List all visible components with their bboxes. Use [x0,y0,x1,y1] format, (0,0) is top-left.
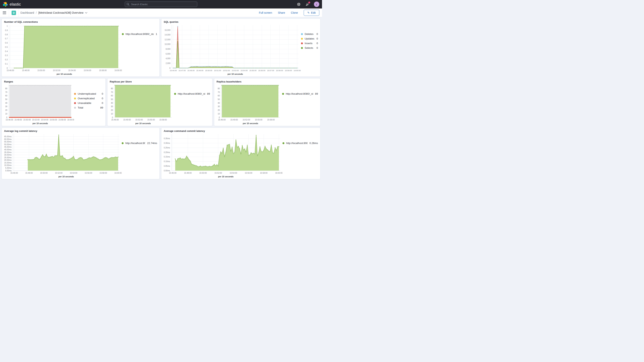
legend-value: 0 [316,32,318,36]
legend-value: 0 [316,37,318,40]
legend-label: http://localhost:808... [125,142,145,144]
legend-swatch [301,33,303,35]
legend-item[interactable]: Underreplicated0 [74,92,103,95]
edit-button[interactable]: ✎ Edit [304,10,319,16]
search-input[interactable] [125,2,197,7]
svg-text:0: 0 [219,116,220,118]
svg-text:15:58:00: 15:58:00 [267,119,275,121]
svg-text:0.35ms: 0.35ms [164,138,170,140]
svg-text:15:49:00: 15:49:00 [230,119,238,121]
legend-swatch [282,142,284,144]
svg-text:0.05ms: 0.05ms [164,165,170,167]
svg-text:30: 30 [5,106,8,108]
svg-text:0: 0 [6,67,8,69]
svg-text:80: 80 [111,88,113,90]
legend-swatch [301,47,303,49]
legend-item[interactable]: Deletes0 [301,32,318,36]
svg-text:60: 60 [111,95,113,97]
svg-text:65.00ms: 65.00ms [4,136,12,138]
svg-text:15:48:00: 15:48:00 [184,172,192,174]
svg-text:12,000: 12,000 [164,38,170,41]
svg-text:15:56:00: 15:56:00 [50,119,57,121]
svg-text:0.7: 0.7 [5,38,8,40]
legend: Deletes0Updates0Inserts0Selects0 [301,23,320,76]
svg-text:15:54:00: 15:54:00 [41,119,48,121]
svg-text:15:54:00: 15:54:00 [240,70,248,72]
legend-item[interactable]: Updates0 [301,37,318,40]
legend-label: Selects [305,46,314,49]
svg-text:10: 10 [111,113,113,115]
legend-item[interactable]: http://localhost:8080/_stat...1 [122,32,157,36]
menu-button[interactable] [0,8,9,17]
clone-button[interactable]: Clone [291,11,298,14]
svg-text:15:56:00: 15:56:00 [85,172,92,174]
svg-text:8,000: 8,000 [166,48,170,50]
svg-text:0.5: 0.5 [5,46,8,48]
svg-text:0.1: 0.1 [5,63,8,65]
legend-swatch [301,42,303,44]
svg-text:1: 1 [6,25,8,27]
app-bar: elastic [0,0,322,8]
legend-value: 0 [102,102,103,104]
dashboard-app-badge[interactable]: D [12,10,16,15]
panel-avg-log-commit-latency: Average log commit latency0.00ms5.00ms10… [2,128,160,179]
svg-text:15:52:00: 15:52:00 [32,119,40,121]
legend-item[interactable]: Total89 [74,106,103,109]
legend-label: Unavailable [78,102,100,104]
svg-text:0.00ms: 0.00ms [164,170,170,172]
full-screen-button[interactable]: Full screen [259,11,272,14]
svg-text:25.00ms: 25.00ms [4,156,12,159]
panel-title: Number of SQL connections [2,19,160,23]
legend-item[interactable]: Unavailable0 [74,102,103,104]
elastic-logo-icon [3,2,8,7]
svg-text:15:58:00: 15:58:00 [99,70,107,72]
share-button[interactable]: Share [278,11,285,14]
svg-text:0.20ms: 0.20ms [164,151,170,154]
legend-item[interactable]: http://localhost:8080/_sta...89 [282,92,318,95]
user-avatar[interactable]: r [314,2,319,7]
news-button[interactable] [305,2,310,6]
help-button[interactable] [296,2,301,6]
legend-item[interactable]: Inserts0 [301,42,318,45]
svg-text:0.9: 0.9 [5,29,8,32]
panel-title: SQL queries [162,19,320,23]
svg-text:0.4: 0.4 [5,50,8,52]
svg-text:60.00ms: 60.00ms [4,138,12,140]
chevron-down-icon [85,12,87,14]
svg-text:15:58:00: 15:58:00 [58,119,66,121]
legend-label: http://localhost:8080/_sta... [286,92,313,95]
elastic-logo[interactable]: elastic [3,2,21,7]
svg-text:0: 0 [112,116,113,118]
svg-text:70: 70 [5,91,8,93]
svg-text:15:49:00: 15:49:00 [196,70,204,72]
legend-item[interactable]: Overreplicated0 [74,97,103,100]
title-menu-button[interactable] [85,12,87,14]
legend-item[interactable]: Selects0 [301,46,318,49]
svg-text:15:48:00: 15:48:00 [22,70,30,72]
svg-text:16:00:00: 16:00:00 [114,70,122,72]
svg-text:10.00ms: 10.00ms [4,164,12,166]
svg-text:80: 80 [5,88,8,90]
svg-text:15:59:00: 15:59:00 [285,70,292,72]
legend: Underreplicated0Overreplicated0Unavailab… [74,83,106,126]
svg-text:15:56:00: 15:56:00 [258,70,265,72]
legend-label: http://localhost:8080/_stat... [126,32,154,36]
legend-value: 0 [316,46,318,49]
legend-value: 0 [102,92,103,95]
breadcrumb-dashboard-link[interactable]: Dashboard [20,11,34,14]
notification-dot [308,2,310,4]
legend-label: Deletes [305,32,314,36]
svg-text:6,000: 6,000 [166,53,170,55]
svg-text:30.00ms: 30.00ms [4,154,12,156]
svg-text:30: 30 [218,106,220,108]
legend-item[interactable]: http://localhost:808...22.74ms [122,142,157,144]
legend-item[interactable]: http://localhost:8080...0.26ms [282,142,318,144]
svg-text:15:46:00: 15:46:00 [6,119,13,121]
legend-item[interactable]: http://localhost:8080/_sta...89 [174,92,210,95]
svg-text:0: 0 [169,67,170,69]
svg-text:15:56:00: 15:56:00 [245,172,252,174]
svg-text:45.00ms: 45.00ms [4,146,12,148]
legend-value: 0.26ms [310,142,318,144]
legend-label: Updates [305,37,314,40]
svg-text:0.2: 0.2 [5,58,8,61]
